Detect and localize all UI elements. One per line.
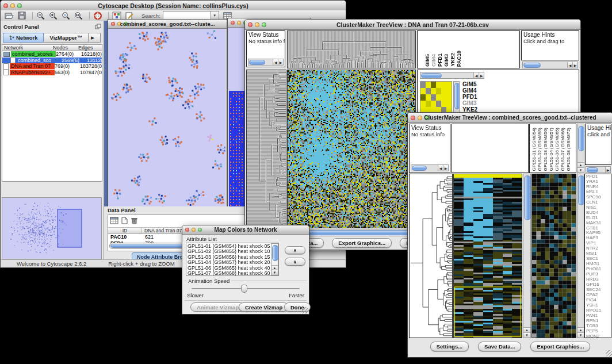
dialog-titlebar[interactable]: Map Colors to Network [182, 225, 309, 235]
scroll-right-icon[interactable]: ▶ [572, 62, 577, 68]
treeview2-zoom-heatmap[interactable] [531, 174, 576, 338]
close-icon[interactable] [231, 21, 235, 25]
scroll-up-icon[interactable]: ▲ [523, 327, 530, 332]
attribute-list[interactable]: GPL51-01 (GSM854) heat shock 05 minGPL51… [186, 243, 279, 276]
move-attribute-down-button[interactable]: ∨ [285, 258, 305, 266]
heatmap-canvas[interactable] [288, 70, 415, 228]
gene-label[interactable]: MON2 [586, 334, 611, 338]
zoom-hscrollbar[interactable]: ◀ ▶ [420, 72, 484, 79]
float-panel-icon[interactable] [95, 21, 101, 32]
zoom-selected-icon[interactable] [61, 12, 71, 20]
treeview2-column-dendrogram[interactable] [452, 124, 529, 173]
column-label[interactable]: YKE2 [450, 53, 456, 67]
attribute-select-icon[interactable] [110, 216, 118, 227]
column-label[interactable]: GPL51-06 (GSM865) [554, 128, 560, 171]
column-label[interactable]: GIM3 [443, 54, 450, 67]
create-vizmap-button[interactable]: Create Vizmap [239, 302, 289, 312]
tab-network[interactable]: Network [3, 33, 44, 43]
network-table-row[interactable]: DNA and Tran 07 769(0) 183728(0) [2, 63, 102, 70]
scroll-down-icon[interactable]: ▼ [271, 270, 278, 275]
treeview2-vscrollbar[interactable]: ▲ ▼ [523, 174, 531, 338]
treeview1-column-labels-panel[interactable]: GIM5GIM4PFD1GIM3YKE2PAC10 [417, 30, 520, 68]
network-table-row[interactable]: RNAPuberNov2+ 563(0) 107847(0) [2, 70, 102, 76]
view-status-scrollbar[interactable]: ◀ ▶ [248, 59, 284, 66]
animation-speed-slider-thumb[interactable] [241, 285, 247, 293]
treeview1-heatmap[interactable] [287, 70, 416, 228]
column-label[interactable]: GIM5 [424, 54, 431, 67]
treeview-button[interactable]: Settings... [430, 342, 469, 351]
treeview2-column-labels-panel[interactable]: GPL51-01 (GSM854)GPL51-02 (GSM855)GPL51-… [529, 124, 576, 173]
scroll-thumb[interactable] [578, 126, 584, 151]
col-nodes[interactable]: Nodes [53, 45, 78, 51]
data-col-id[interactable]: ID [108, 228, 142, 233]
zoom-heatmap-canvas[interactable] [532, 174, 576, 338]
column-label[interactable]: GPL51-04 (GSM857) [549, 128, 554, 171]
scroll-right-icon[interactable]: ▶ [278, 59, 283, 65]
resize-grip[interactable] [606, 350, 612, 357]
attribute-list-item[interactable]: GPL51-07 (GSM868) heat shock 60 min [188, 271, 278, 276]
network-view-titlebar[interactable]: combined_scores_good.txt--cluste... [108, 20, 227, 29]
zoom-gene-label[interactable]: GIM5 [462, 81, 481, 87]
treeview1-column-dendrogram[interactable] [287, 30, 416, 68]
scroll-left-icon[interactable]: ◀ [567, 62, 572, 68]
attribute-list-item[interactable]: GPL51-06 (GSM865) heat shock 40 min [188, 266, 278, 271]
move-attribute-up-button[interactable]: ∧ [285, 246, 305, 254]
treeview2-genes-vscrollbar[interactable]: ▲ ▼ [577, 174, 584, 338]
column-label[interactable]: GPL51-02 (GSM855) [537, 128, 543, 171]
scroll-thumb[interactable] [587, 167, 598, 173]
attribute-list-item[interactable]: GPL51-03 (GSM856) heat shock 15 min [188, 255, 278, 260]
treeview2-heatmap[interactable] [453, 174, 522, 338]
network-overview-panel[interactable] [2, 197, 102, 259]
zoom-in-icon[interactable] [48, 12, 59, 20]
network-canvas[interactable] [108, 29, 225, 209]
scroll-right-icon[interactable]: ▶ [479, 72, 484, 78]
minimize-icon[interactable] [237, 21, 241, 25]
attribute-list-item[interactable]: GPL51-04 (GSM857) heat shock 20 min [188, 260, 278, 265]
column-label[interactable]: PAC10 [456, 51, 462, 67]
column-label[interactable]: GPL51-03 (GSM856) [543, 128, 549, 171]
scroll-left-icon[interactable]: ◀ [438, 165, 443, 171]
usage-hints-scrollbar[interactable]: ▶ [586, 166, 611, 173]
attribute-list-item[interactable]: GPL51-01 (GSM854) heat shock 05 min [188, 244, 278, 249]
attribute-list-scrollbar[interactable]: ▲ ▼ [271, 243, 278, 275]
new-attribute-icon[interactable] [121, 216, 128, 227]
network-overview-canvas[interactable] [2, 198, 101, 259]
scroll-left-icon[interactable]: ◀ [473, 72, 479, 78]
heatmap-canvas[interactable] [454, 174, 522, 338]
attribute-list-item[interactable]: GPL51-02 (GSM855) heat shock 10 min [188, 249, 278, 254]
scroll-thumb[interactable] [454, 83, 460, 109]
animate-vizmap-button[interactable]: Animate Vizmap [190, 302, 245, 312]
scroll-up-icon[interactable]: ▲ [577, 327, 584, 332]
resize-grip[interactable] [302, 307, 308, 313]
view-status-scrollbar[interactable]: ◀ ▶ [411, 164, 449, 171]
scroll-down-icon[interactable]: ▼ [577, 332, 584, 338]
scroll-right-icon[interactable]: ▶ [443, 165, 448, 171]
treeview-button[interactable]: Export Graphics... [530, 342, 590, 351]
zoom-out-icon[interactable] [36, 12, 46, 20]
col-edges[interactable]: Edges [78, 45, 102, 51]
scroll-down-icon[interactable]: ▼ [577, 167, 584, 173]
zoom-gene-label[interactable]: GIM4 [462, 87, 481, 94]
column-label[interactable]: GIM4 [431, 54, 437, 67]
row-dendrogram-canvas[interactable] [410, 174, 452, 338]
open-file-icon[interactable] [4, 12, 14, 20]
column-label[interactable]: GPL51-01 (GSM854) [531, 128, 537, 171]
zoom-gene-label[interactable]: PFD1 [462, 94, 481, 100]
tab-vizmapper[interactable]: VizMapper™ [44, 33, 89, 43]
network-table-row[interactable]: combined_sco 2569(6) 13112(15) [2, 58, 102, 64]
main-titlebar[interactable]: Cytoscape Desktop (Session Name: collins… [1, 1, 346, 11]
scroll-thumb[interactable] [524, 175, 531, 220]
scroll-thumb[interactable] [523, 63, 541, 68]
help-lifering-icon[interactable] [93, 12, 103, 20]
usage-hints-scrollbar[interactable]: ◀ ▶ [522, 62, 578, 68]
save-icon[interactable] [17, 12, 27, 20]
zoom-gene-label[interactable]: GIM3 [462, 100, 481, 106]
treeview-button[interactable]: Save Data... [478, 342, 521, 351]
treeview1-row-dendrogram[interactable] [246, 70, 286, 228]
column-label[interactable]: PFD1 [437, 53, 443, 67]
zoom-fit-icon[interactable] [74, 12, 84, 20]
treeview-button[interactable]: Export Graphics... [332, 238, 392, 248]
network-table-row[interactable]: combined_scores 2764(0) 16218(0) [2, 51, 102, 58]
column-label[interactable]: GPL51-08 (GSM872) [566, 128, 572, 171]
treeview2-titlebar[interactable]: ClusterMaker TreeView : combined_scores_… [408, 113, 612, 123]
